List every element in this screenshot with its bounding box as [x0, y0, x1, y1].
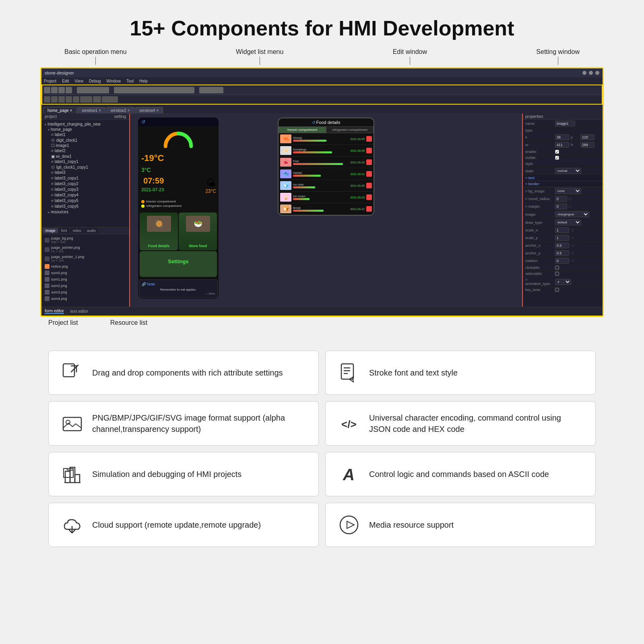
drag-drop-icon	[60, 361, 84, 385]
prop-input-w[interactable]	[555, 142, 569, 148]
toolbar-icon-small[interactable]	[102, 96, 118, 103]
tree-item[interactable]: ⌗ label1	[41, 132, 129, 138]
toolbar-icon-small[interactable]	[44, 96, 50, 103]
res-item[interactable]: juage_bg.png 300 × 200	[41, 235, 129, 245]
resource-list: juage_bg.png 300 × 200 juage_pointer.png…	[41, 234, 129, 307]
tree-item[interactable]: ⏲ digit_clock1	[41, 138, 129, 143]
prop-select-state[interactable]: normal	[555, 168, 581, 174]
tree-item[interactable]: ▾Intelligent_charging_pile_new	[41, 122, 129, 127]
toolbar-icon-small[interactable]	[58, 96, 65, 103]
tab-window1[interactable]: window1 ×	[77, 107, 105, 114]
fridge-time: 07:59	[138, 175, 167, 187]
prop-row-selectable: selectable:	[523, 271, 603, 277]
tree-item[interactable]: ⌗ label1_copy1	[41, 159, 129, 165]
res-item[interactable]: juage_pointer.png 11 × 151	[41, 245, 129, 254]
tree-item[interactable]: ⌗ label3_copy2	[41, 181, 129, 187]
menu-project[interactable]: Project	[44, 79, 56, 83]
toolbar-icon[interactable]	[114, 87, 194, 93]
prop-input-h[interactable]	[580, 142, 594, 148]
fridge-menu-settings[interactable]: Settings	[140, 251, 217, 277]
prop-section-text: > text:	[523, 175, 603, 181]
menu-help[interactable]: Help	[139, 79, 148, 83]
tree-item[interactable]: ⌗ label2	[41, 148, 129, 154]
prop-checkbox-visible[interactable]: ✓	[555, 156, 559, 160]
menu-edit[interactable]: Edit	[62, 79, 69, 83]
res-tab-video[interactable]: video	[70, 228, 84, 233]
bottom-tab-form-editor[interactable]: form editor	[45, 309, 64, 314]
tree-item[interactable]: ⏲ lgit_clock1_copy1	[41, 165, 129, 170]
tree-item[interactable]: ⌗ label3_copy3	[41, 187, 129, 192]
maximize-button[interactable]	[589, 71, 593, 75]
toolbar-icon-small[interactable]	[80, 96, 92, 103]
prop-input-round-radius[interactable]	[555, 196, 567, 202]
prop-select-bg-image[interactable]: none	[555, 188, 581, 194]
prop-input-anchor-x[interactable]	[555, 243, 569, 248]
tree-item[interactable]: ▣ wi_dow1	[41, 154, 129, 159]
toolbar-icon[interactable]	[44, 87, 50, 93]
tab-home-page[interactable]: home_page ×	[43, 107, 76, 114]
svg-text:</>: </>	[341, 418, 357, 430]
fridge-menu-food-details[interactable]: 🥘 Food details	[140, 213, 178, 250]
toolbar-icon-small[interactable]	[51, 96, 58, 103]
tab-window4[interactable]: window4 ×	[135, 107, 163, 114]
prop-input-anchor-y[interactable]	[555, 250, 569, 256]
prop-input-rotation[interactable]	[555, 258, 569, 264]
properties-header: properties	[523, 114, 603, 120]
res-item[interactable]: notice.png	[41, 263, 129, 270]
toolbar-icon[interactable]	[199, 87, 223, 93]
phone-tab-fridge[interactable]: refrigerator compartment	[326, 126, 374, 133]
prop-select-animation-type[interactable]: 4	[555, 279, 571, 285]
feature-card-ascii: A Control logic and commands based on AS…	[325, 452, 596, 496]
toolbar-icon[interactable]	[58, 87, 65, 93]
toolbar-icon-small[interactable]	[73, 96, 79, 103]
tree-item[interactable]: ⌗ label3	[41, 170, 129, 175]
menu-view[interactable]: View	[74, 79, 83, 83]
ide-left-panel: project setting ▾Intelligent_charging_pi…	[41, 114, 130, 307]
prop-select-image[interactable]: chargingcar	[555, 211, 589, 217]
food-item-ice-cube: 🧊 Ice cube 2021-09-05	[279, 180, 374, 192]
toolbar-icon-small[interactable]	[93, 96, 101, 103]
prop-input-x[interactable]	[555, 134, 569, 140]
toolbar-icon[interactable]	[77, 87, 109, 93]
prop-checkbox-selectable[interactable]	[555, 272, 559, 276]
toolbar-icon-small[interactable]	[66, 96, 72, 103]
fridge-menu-store-food[interactable]: 🥗 Store food	[179, 213, 217, 250]
toolbar-icon[interactable]	[51, 87, 58, 93]
tree-item[interactable]: ☐ image1	[41, 143, 129, 148]
prop-checkbox-clickable[interactable]	[555, 266, 559, 270]
minimize-button[interactable]	[582, 71, 586, 75]
menu-tool[interactable]: Tool	[126, 79, 134, 83]
prop-row-scale-x: scale_x: □	[523, 227, 603, 234]
res-tab-audio[interactable]: audio	[85, 228, 98, 233]
res-tab-image[interactable]: image	[43, 228, 58, 233]
tree-item[interactable]: ⌗ label3_copy1	[41, 175, 129, 181]
tab-window2[interactable]: window2 ×	[106, 107, 134, 114]
prop-checkbox-key-tone[interactable]	[555, 288, 559, 292]
annotation-project-list: Project list	[48, 319, 78, 326]
res-item[interactable]: sum3.png	[41, 289, 129, 295]
res-item[interactable]: sum1.png	[41, 276, 129, 283]
phone-tab-freezer[interactable]: freezer compartment	[279, 126, 326, 133]
res-item[interactable]: juage_pointer_1.png 10 × 154	[41, 254, 129, 263]
res-item[interactable]: sum2.png	[41, 283, 129, 289]
prop-select-draw-type[interactable]: default	[555, 219, 581, 225]
prop-checkbox-enable[interactable]: ✓	[555, 150, 559, 154]
close-button[interactable]	[595, 71, 599, 75]
tree-item[interactable]: ⌗ label3_copy5	[41, 198, 129, 204]
tree-item[interactable]: ⌗ label3_copy6	[41, 204, 129, 209]
annotation-resource-list: Resource list	[110, 319, 147, 326]
menu-window[interactable]: Window	[106, 79, 121, 83]
res-item[interactable]: sum4.png	[41, 295, 129, 302]
prop-input-scale-x[interactable]	[555, 227, 569, 233]
menu-debug[interactable]: Debug	[89, 79, 101, 83]
tree-item[interactable]: ⌗ label3_copy4	[41, 192, 129, 198]
res-tab-font[interactable]: font	[59, 228, 70, 233]
toolbar-icon[interactable]	[66, 87, 72, 93]
prop-input-scale-y[interactable]	[555, 235, 569, 241]
prop-input-y[interactable]	[580, 134, 594, 140]
res-item[interactable]: sum0.png	[41, 270, 129, 276]
prop-input-margin[interactable]	[555, 204, 567, 209]
tree-item[interactable]: ▾home_page	[41, 127, 129, 132]
tree-item[interactable]: ▸resources	[41, 209, 129, 215]
bottom-tab-text-editor[interactable]: text editor	[70, 309, 88, 314]
